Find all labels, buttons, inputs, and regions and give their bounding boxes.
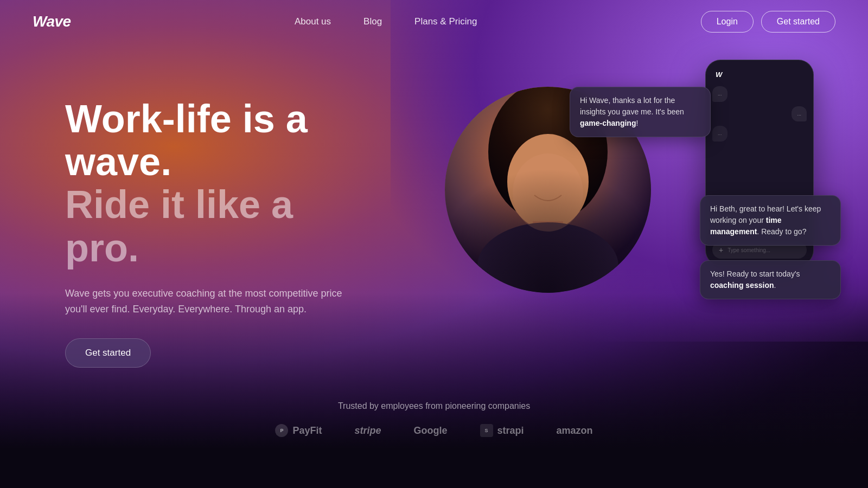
amazon-name: amazon	[557, 425, 593, 436]
payfit-name: PayFit	[292, 425, 322, 436]
svg-text:W: W	[716, 70, 723, 79]
nav-links: About us Blog Plans & Pricing	[295, 16, 477, 27]
get-started-nav-button[interactable]: Get started	[761, 11, 835, 33]
login-button[interactable]: Login	[701, 11, 754, 33]
strapi-icon: S	[480, 424, 493, 437]
phone-logo: W	[714, 69, 730, 80]
nav-buttons: Login Get started	[701, 11, 835, 33]
phone-message-3: ...	[712, 126, 727, 142]
input-placeholder-text: Type something...	[727, 247, 770, 253]
company-amazon: amazon	[557, 425, 593, 436]
chat-bubble-1-text: Hi Wave, thanks a lot for the insights y…	[580, 95, 700, 129]
hero-subtitle: Wave gets you executive coaching at the …	[65, 286, 347, 317]
stripe-name: stripe	[354, 425, 381, 436]
phone-header: W	[712, 69, 807, 80]
chat-bubble-2: Hi Beth, great to hear! Let's keep worki…	[700, 195, 841, 246]
nav-item-about[interactable]: About us	[295, 16, 331, 27]
company-stripe: stripe	[354, 425, 381, 436]
nav-item-blog[interactable]: Blog	[363, 16, 382, 27]
hero-content-left: Work-life is a wave. Ride it like a pro.…	[0, 43, 369, 368]
phone-message-2: ...	[792, 106, 807, 122]
logo-text: Wave	[33, 13, 71, 30]
chat-bubble-3: Yes! Ready to start today's coaching ses…	[700, 260, 841, 299]
brand-logo[interactable]: Wave	[33, 13, 71, 30]
trusted-section: Trusted by employees from pioneering com…	[0, 390, 868, 488]
google-name: Google	[414, 425, 448, 436]
company-google: Google	[414, 425, 448, 436]
phone-chat: ... ... ...	[712, 86, 807, 142]
plus-icon: +	[719, 246, 723, 254]
company-strapi: S strapi	[480, 424, 524, 437]
hero-visual: W ... ... ... + Type something... Hi Wav…	[380, 43, 868, 412]
chat-bubble-3-text: Yes! Ready to start today's coaching ses…	[710, 268, 831, 291]
company-payfit: P PayFit	[275, 424, 322, 437]
payfit-icon: P	[275, 424, 288, 437]
trusted-label: Trusted by employees from pioneering com…	[338, 401, 530, 411]
chat-bubble-1: Hi Wave, thanks a lot for the insights y…	[570, 87, 711, 137]
get-started-hero-button[interactable]: Get started	[65, 338, 151, 368]
nav-item-pricing[interactable]: Plans & Pricing	[414, 16, 477, 27]
strapi-name: strapi	[497, 425, 524, 436]
chat-bubble-2-text: Hi Beth, great to hear! Let's keep worki…	[710, 203, 831, 237]
hero-title-line1: Work-life is a wave.	[65, 98, 369, 183]
nav-link-about[interactable]: About us	[295, 16, 331, 27]
company-logos: P PayFit stripe Google S strapi amazon	[275, 424, 592, 437]
nav-link-pricing[interactable]: Plans & Pricing	[414, 16, 477, 27]
navbar: Wave About us Blog Plans & Pricing Login…	[0, 0, 868, 43]
nav-link-blog[interactable]: Blog	[363, 16, 382, 27]
phone-message-1: ...	[712, 86, 727, 102]
hero-title-line2: Ride it like a pro.	[65, 183, 369, 269]
